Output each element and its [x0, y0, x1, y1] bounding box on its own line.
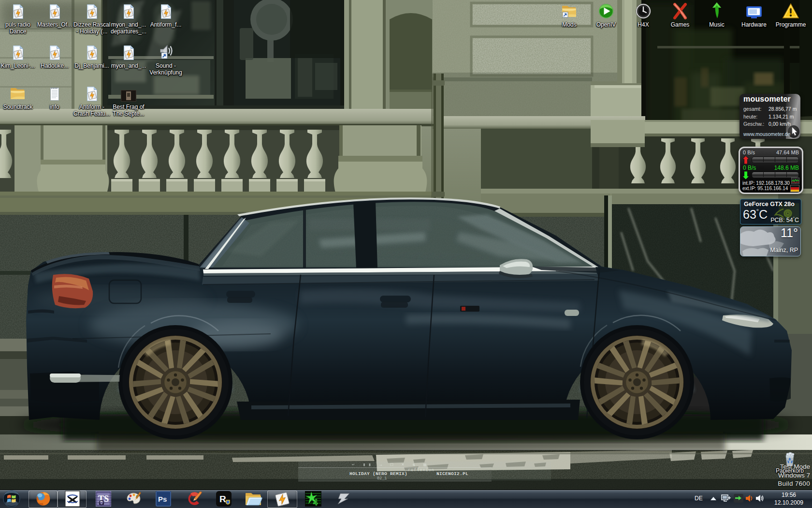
svg-text:4: 4 — [313, 498, 318, 507]
svg-text:R: R — [219, 494, 226, 504]
svg-text:Ps: Ps — [158, 495, 167, 503]
